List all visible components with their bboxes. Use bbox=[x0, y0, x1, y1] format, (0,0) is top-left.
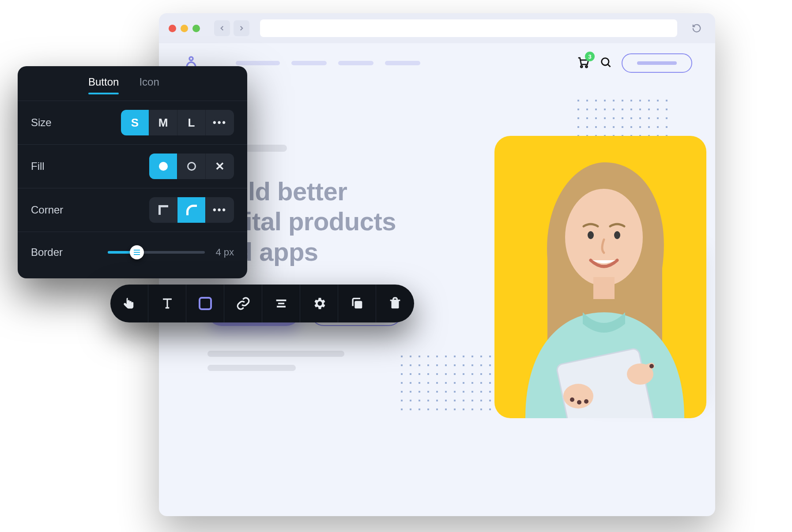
panel-rows: Size S M L ••• Fill ✕ Corner ••• bbox=[18, 101, 247, 272]
svg-point-3 bbox=[581, 66, 582, 67]
browser-nav-buttons bbox=[214, 20, 249, 36]
nav-link[interactable] bbox=[338, 61, 373, 65]
corner-square[interactable] bbox=[149, 197, 177, 223]
tool-copy[interactable] bbox=[338, 285, 376, 322]
minimize-dot[interactable] bbox=[181, 25, 188, 32]
panel-tabs: Button Icon bbox=[18, 66, 247, 88]
size-segmented: S M L ••• bbox=[121, 110, 234, 135]
cart-button[interactable]: 3 bbox=[577, 56, 590, 71]
row-corner: Corner ••• bbox=[18, 188, 247, 232]
round-corner-icon bbox=[186, 205, 197, 215]
square-corner-icon bbox=[158, 205, 168, 215]
back-button[interactable] bbox=[214, 20, 230, 36]
slider-value: 4 px bbox=[215, 247, 234, 258]
nav-link[interactable] bbox=[291, 61, 327, 65]
maximize-dot[interactable] bbox=[192, 25, 200, 32]
link-icon bbox=[236, 296, 251, 311]
corner-more[interactable]: ••• bbox=[206, 197, 234, 223]
hero-image-area bbox=[468, 96, 715, 431]
decorative-dots bbox=[397, 352, 494, 414]
row-label: Fill bbox=[31, 160, 45, 172]
svg-point-7 bbox=[565, 189, 643, 286]
close-dot[interactable] bbox=[169, 25, 176, 32]
hero-image-card bbox=[494, 136, 706, 418]
gear-icon bbox=[312, 296, 327, 311]
row-label: Border bbox=[31, 246, 63, 259]
svg-point-0 bbox=[189, 57, 193, 60]
tab-icon[interactable]: Icon bbox=[139, 76, 159, 88]
svg-point-18 bbox=[649, 364, 654, 368]
trash-icon bbox=[388, 296, 403, 311]
svg-rect-10 bbox=[593, 277, 615, 299]
floating-toolbar bbox=[110, 285, 414, 322]
svg-point-4 bbox=[586, 66, 588, 67]
square-icon bbox=[199, 297, 212, 310]
search-button[interactable] bbox=[600, 56, 612, 70]
corner-segmented: ••• bbox=[149, 197, 234, 223]
size-s[interactable]: S bbox=[121, 110, 149, 135]
tool-text[interactable] bbox=[148, 285, 186, 322]
svg-rect-22 bbox=[355, 301, 362, 308]
fill-segmented: ✕ bbox=[149, 154, 234, 179]
fill-solid[interactable] bbox=[149, 154, 177, 179]
nav-link[interactable] bbox=[236, 61, 280, 65]
svg-point-12 bbox=[563, 384, 593, 408]
slider-thumb[interactable] bbox=[130, 245, 144, 259]
reload-button[interactable] bbox=[688, 19, 705, 37]
copy-icon bbox=[350, 296, 365, 311]
svg-point-17 bbox=[584, 399, 588, 404]
nav-link[interactable] bbox=[385, 61, 420, 65]
pointer-icon bbox=[122, 296, 137, 311]
tool-align[interactable] bbox=[262, 285, 300, 322]
site-nav bbox=[236, 61, 420, 65]
row-label: Corner bbox=[31, 204, 63, 216]
tab-button[interactable]: Button bbox=[88, 76, 119, 88]
fill-none[interactable]: ✕ bbox=[206, 154, 234, 179]
svg-rect-23 bbox=[392, 300, 399, 308]
row-size: Size S M L ••• bbox=[18, 101, 247, 144]
row-fill: Fill ✕ bbox=[18, 144, 247, 188]
hero-person-illustration bbox=[494, 136, 706, 418]
forward-button[interactable] bbox=[234, 20, 249, 36]
row-border: Border 4 px bbox=[18, 232, 247, 272]
row-label: Size bbox=[31, 116, 52, 129]
size-more[interactable]: ••• bbox=[206, 110, 234, 135]
tool-delete[interactable] bbox=[376, 285, 414, 322]
svg-point-9 bbox=[614, 231, 620, 239]
style-panel: Button Icon Size S M L ••• Fill ✕ Corner bbox=[18, 66, 247, 278]
size-l[interactable]: L bbox=[177, 110, 206, 135]
header-cta-button[interactable] bbox=[622, 53, 692, 73]
browser-titlebar bbox=[159, 13, 715, 43]
svg-line-6 bbox=[608, 64, 611, 67]
slider-track[interactable] bbox=[108, 251, 205, 254]
svg-point-5 bbox=[602, 58, 609, 65]
header-right: 3 bbox=[577, 53, 692, 73]
cart-badge: 3 bbox=[585, 52, 595, 61]
tool-link[interactable] bbox=[224, 285, 262, 322]
tool-pointer[interactable] bbox=[110, 285, 148, 322]
traffic-lights bbox=[169, 25, 200, 32]
fill-outline[interactable] bbox=[177, 154, 206, 179]
ring-icon bbox=[187, 162, 196, 171]
svg-point-15 bbox=[570, 397, 574, 402]
align-icon bbox=[274, 296, 289, 311]
border-slider: 4 px bbox=[108, 247, 234, 258]
svg-point-8 bbox=[588, 231, 594, 239]
x-icon: ✕ bbox=[215, 160, 225, 173]
tool-settings[interactable] bbox=[300, 285, 338, 322]
url-bar[interactable] bbox=[260, 19, 677, 37]
solid-dot-icon bbox=[159, 162, 168, 171]
size-m[interactable]: M bbox=[149, 110, 177, 135]
tool-shape[interactable] bbox=[186, 285, 224, 322]
corner-round[interactable] bbox=[177, 197, 206, 223]
text-icon bbox=[160, 296, 175, 311]
svg-point-16 bbox=[577, 400, 581, 405]
